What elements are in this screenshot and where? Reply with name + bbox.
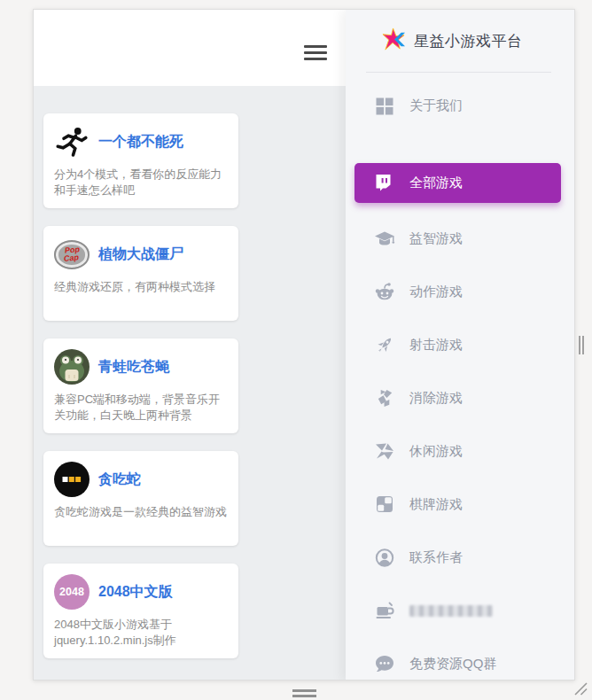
graduation-cap-icon	[374, 228, 395, 249]
game-card[interactable]: 青蛙吃苍蝇 兼容PC端和移动端，背景音乐开关功能，白天晚上两种背景	[43, 338, 238, 433]
sidebar-item-label: 射击游戏	[409, 337, 463, 354]
sidebar-item-action[interactable]: 动作游戏	[346, 265, 575, 318]
game-title-link[interactable]: 2048中文版	[98, 583, 173, 602]
sidebar-item-qq-group[interactable]: 免费资源QQ群	[346, 637, 575, 681]
divider	[366, 72, 551, 73]
sidebar-item-puzzle[interactable]: 益智游戏	[346, 212, 575, 265]
rocket-icon	[374, 334, 395, 355]
game-card[interactable]: 贪吃蛇 贪吃蛇游戏是一款经典的益智游戏	[43, 451, 238, 546]
sidebar-item-label: 联系作者	[409, 549, 463, 566]
game-description: 分为4个模式，看看你的反应能力和手速怎么样吧	[54, 167, 228, 199]
sidebar-nav: 关于我们 全部游戏	[346, 79, 575, 681]
sidebar-item-all-games[interactable]: 全部游戏	[354, 163, 561, 203]
comment-dots-icon	[374, 653, 395, 674]
sidebar-item-label: 关于我们	[409, 97, 463, 114]
sidebar-item-label: 免费资源QQ群	[409, 656, 496, 673]
platform-title: 星益小游戏平台	[414, 31, 523, 51]
sidebar-item-label: 益智游戏	[409, 230, 463, 247]
frog-icon	[54, 349, 90, 385]
sidebar-item-board[interactable]: 棋牌游戏	[346, 478, 575, 531]
game-title-link[interactable]: 青蛙吃苍蝇	[98, 358, 169, 377]
runner-icon	[54, 124, 90, 159]
game-title-link[interactable]: 贪吃蛇	[98, 471, 141, 489]
star-logo-icon	[382, 27, 406, 55]
snake-icon	[54, 462, 90, 497]
game-description: 贪吃蛇游戏是一款经典的益智游戏	[54, 504, 228, 537]
game-card[interactable]: Pop Cap 植物大战僵尸 经典游戏还原，有两种模式选择	[43, 226, 238, 321]
pinwheel-icon	[374, 440, 395, 462]
sidebar-item-label: 休闲游戏	[409, 443, 463, 460]
reddit-icon	[374, 281, 395, 302]
windows-icon	[374, 95, 395, 116]
sidebar-item-contact-author[interactable]: 联系作者	[346, 531, 575, 584]
game-description: 2048中文版小游戏基于jquery.1.10.2.min.js制作	[54, 617, 228, 649]
hornbill-icon	[374, 387, 395, 408]
game-description: 兼容PC端和移动端，背景音乐开关功能，白天晚上两种背景	[54, 392, 228, 424]
sidebar-item-label: 棋牌游戏	[409, 496, 463, 513]
browser-page: 一个都不能死 分为4个模式，看看你的反应能力和手速怎么样吧 Pop Cap 植物…	[33, 9, 575, 681]
sidebar-item-label: 消除游戏	[409, 390, 463, 407]
coffee-mug-icon	[374, 600, 395, 621]
drag-handle[interactable]	[579, 336, 584, 354]
popcap-logo-icon: Pop Cap	[54, 237, 90, 272]
game-card[interactable]: 一个都不能死 分为4个模式，看看你的反应能力和手速怎么样吧	[43, 113, 238, 208]
menu-toggle-button[interactable]	[304, 42, 327, 64]
sidebar-item-shooting[interactable]: 射击游戏	[346, 318, 575, 371]
sidebar-item-redacted[interactable]	[346, 584, 575, 637]
twitch-icon	[372, 173, 393, 194]
footer-menu-icon[interactable]	[292, 689, 316, 700]
sidebar-item-about[interactable]: 关于我们	[346, 79, 575, 132]
game-card-list: 一个都不能死 分为4个模式，看看你的反应能力和手速怎么样吧 Pop Cap 植物…	[43, 113, 238, 676]
sidebar-drawer: 星益小游戏平台 关于我们	[346, 10, 575, 681]
game-card[interactable]: 2048 2048中文版 2048中文版小游戏基于jquery.1.10.2.m…	[43, 564, 238, 658]
game-title-link[interactable]: 一个都不能死	[98, 133, 183, 152]
game-title-link[interactable]: 植物大战僵尸	[98, 245, 183, 264]
resize-grip-icon[interactable]	[572, 680, 589, 700]
sidebar-item-casual[interactable]: 休闲游戏	[346, 424, 575, 478]
user-circle-icon	[374, 547, 395, 568]
redacted-label	[409, 605, 493, 617]
game-description: 经典游戏还原，有两种模式选择	[54, 279, 228, 312]
sidebar-item-label: 动作游戏	[409, 284, 463, 300]
2048-badge-icon: 2048	[54, 574, 90, 610]
hamburger-icon	[304, 45, 327, 48]
platform-logo[interactable]: 星益小游戏平台	[346, 10, 575, 72]
checker-square-icon	[374, 494, 395, 515]
sidebar-item-elimination[interactable]: 消除游戏	[346, 371, 575, 424]
sidebar-item-label: 全部游戏	[409, 175, 463, 191]
